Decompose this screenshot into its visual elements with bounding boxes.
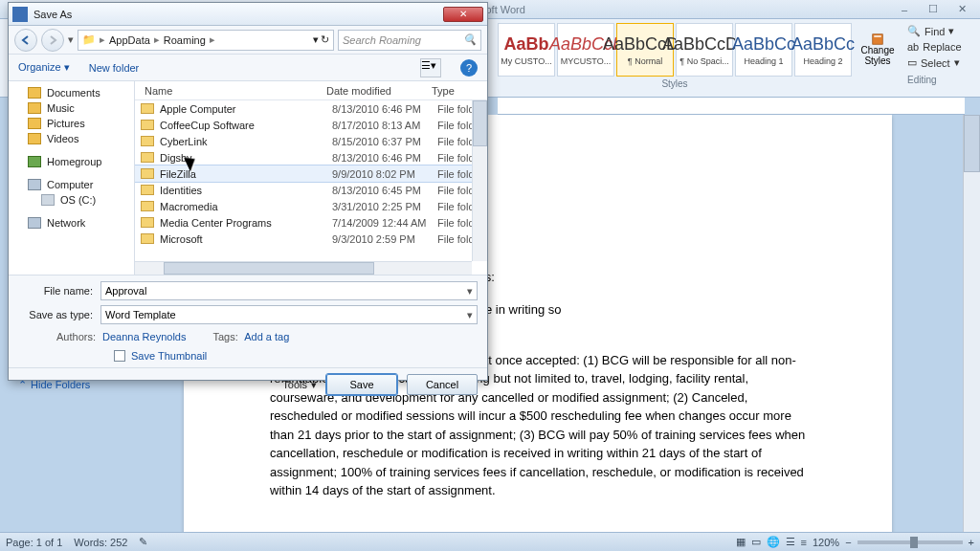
nav-pane[interactable]: DocumentsMusicPicturesVideos Homegroup C… [9,81,135,275]
folder-icon [141,233,154,244]
nav-drive[interactable]: OS (C:) [9,192,134,208]
table-row[interactable]: Digsby8/13/2010 6:46 PMFile folde [135,149,487,165]
save-thumbnail-label[interactable]: Save Thumbnail [131,350,207,362]
folder-icon [141,152,154,163]
style-box[interactable]: AaBbMy CUSTO... [498,23,555,77]
new-folder-button[interactable]: New folder [89,62,140,74]
page-status[interactable]: Page: 1 of 1 [6,537,62,548]
view-fullscreen-icon[interactable]: ▭ [751,536,761,548]
nav-computer[interactable]: Computer [9,177,134,192]
file-list[interactable]: Name Date modified Type Apple Computer8/… [135,81,487,275]
chevron-down-icon[interactable]: ▾ [467,309,473,321]
chevron-down-icon[interactable]: ▾ [467,285,473,298]
style-box[interactable]: AaBbCcHeading 2 [794,23,852,77]
folder-icon [141,103,154,114]
table-row[interactable]: Microsoft9/3/2010 2:59 PMFile folde [135,231,487,247]
ruler[interactable] [498,98,965,115]
chevron-down-icon[interactable]: ▾ [313,33,319,46]
change-styles-icon [872,33,883,45]
cancel-button[interactable]: Cancel [407,374,478,395]
list-vertical-scrollbar[interactable] [472,100,487,261]
scrollbar-thumb[interactable] [473,100,487,146]
chevron-up-icon: ⌃ [18,379,27,391]
nav-homegroup[interactable]: Homegroup [9,154,134,169]
folder-icon [28,102,41,114]
help-button[interactable]: ? [460,59,478,77]
save-as-dialog: Save As ✕ ▾ 📁 ▸ AppData ▸ Roaming ▸ ▾↻ S… [8,2,488,381]
table-row[interactable]: Apple Computer8/13/2010 6:46 PMFile fold… [135,100,487,117]
chevron-down-icon: ▾ [311,379,317,391]
view-button[interactable]: ☰▾ [420,58,441,77]
view-web-icon[interactable]: 🌐 [767,536,780,548]
style-box[interactable]: AaBbCcDc¶ No Spaci... [676,23,733,77]
restore-icon[interactable]: ☐ [921,3,946,16]
tags-field[interactable]: Add a tag [244,331,289,342]
folder-icon [141,201,154,211]
hide-folders-button[interactable]: ⌃Hide Folders [18,379,90,391]
nav-library-item[interactable]: Videos [9,131,134,146]
style-gallery[interactable]: AaBbMy CUSTO...AaBbCcLMYCUSTO...AaBbCcDc… [498,23,852,77]
select-button[interactable]: ▭Select ▾ [907,55,974,71]
table-row[interactable]: Identities8/13/2010 6:45 PMFile folde [135,182,487,198]
statusbar: Page: 1 of 1 Words: 252 ✎ ▦ ▭ 🌐 ☰ ≡ 120%… [0,532,980,551]
folder-icon [28,87,41,99]
zoom-out-button[interactable]: − [845,537,851,548]
refresh-icon[interactable]: ↻ [321,33,329,46]
view-outline-icon[interactable]: ☰ [786,536,795,548]
word-count[interactable]: Words: 252 [74,537,127,548]
organize-button[interactable]: Organize ▾ [18,61,70,74]
zoom-slider[interactable] [858,540,963,544]
replace-button[interactable]: abReplace [907,39,974,55]
list-horizontal-scrollbar[interactable] [135,261,472,275]
tools-button[interactable]: Tools ▾ [282,379,317,391]
computer-icon [28,179,41,190]
group-label-styles: Styles [498,78,852,89]
nav-library-item[interactable]: Pictures [9,116,134,131]
back-icon [20,34,32,46]
style-box[interactable]: AaBbCcHeading 1 [735,23,792,77]
folder-icon: 📁 [82,33,96,46]
table-row[interactable]: Media Center Programs7/14/2009 12:44 AMF… [135,214,487,231]
nav-library-item[interactable]: Documents [9,85,134,100]
find-button[interactable]: 🔍Find ▾ [907,23,974,39]
save-button[interactable]: Save [326,374,397,395]
scrollbar-thumb[interactable] [164,262,374,275]
view-print-icon[interactable]: ▦ [736,536,746,548]
dialog-close-button[interactable]: ✕ [443,7,483,22]
search-input[interactable]: Search Roaming 🔍 [338,30,481,51]
nav-library-item[interactable]: Music [9,100,134,116]
scrollbar-thumb[interactable] [964,115,980,172]
chevron-down-icon[interactable]: ▾ [68,33,74,46]
zoom-slider-knob[interactable] [910,537,918,548]
filename-input[interactable]: Approval▾ [100,281,478,300]
column-date[interactable]: Date modified [326,85,432,97]
filename-label: File name: [18,285,100,297]
forward-button[interactable] [41,29,64,52]
table-row[interactable]: Macromedia3/31/2010 2:25 PMFile folde [135,198,487,214]
savetype-select[interactable]: Word Template▾ [100,305,478,324]
zoom-level[interactable]: 120% [813,537,839,548]
view-draft-icon[interactable]: ≡ [801,537,807,548]
folder-icon [141,136,154,146]
table-row[interactable]: CoffeeCup Software8/17/2010 8:13 AMFile … [135,117,487,133]
authors-field[interactable]: Deanna Reynolds [102,331,186,342]
folder-icon [141,185,154,195]
vertical-scrollbar[interactable] [963,115,980,532]
change-styles-button[interactable]: Change Styles [858,23,898,77]
back-button[interactable] [14,29,37,52]
close-icon[interactable]: ✕ [949,3,974,16]
dialog-titlebar[interactable]: Save As ✕ [9,3,487,26]
zoom-in-button[interactable]: + [969,537,974,548]
column-type[interactable]: Type [432,85,487,97]
nav-network[interactable]: Network [9,215,134,231]
column-name[interactable]: Name [135,85,326,97]
save-thumbnail-checkbox[interactable] [114,350,125,362]
folder-icon [141,120,154,130]
proofing-icon[interactable]: ✎ [139,536,147,548]
minimize-icon[interactable]: – [892,3,917,16]
breadcrumb[interactable]: 📁 ▸ AppData ▸ Roaming ▸ ▾↻ [78,30,334,51]
table-row[interactable]: FileZilla9/9/2010 8:02 PMFile folde [135,165,487,182]
folder-icon [28,133,41,144]
table-row[interactable]: CyberLink8/15/2010 6:37 PMFile folde [135,133,487,149]
select-icon: ▭ [907,56,917,69]
